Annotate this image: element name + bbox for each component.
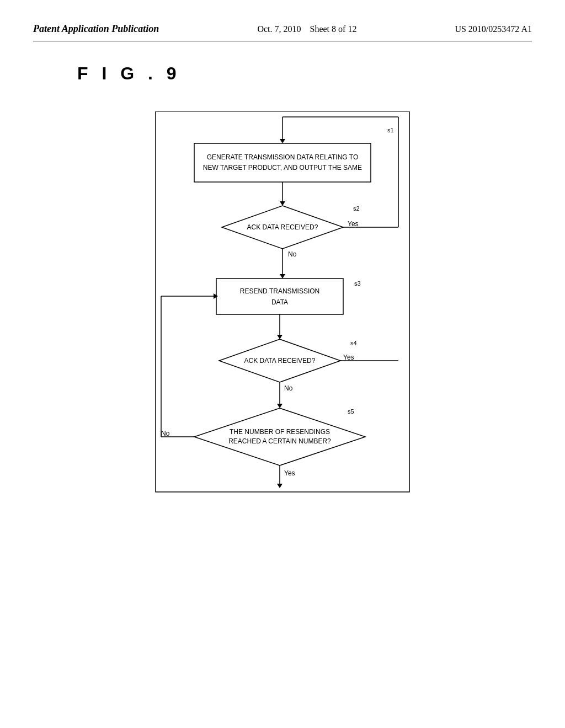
header-patent-number: US 2010/0253472 A1 <box>455 22 532 36</box>
arrowhead-s5-no <box>214 293 218 299</box>
s3-text-line2: DATA <box>271 298 288 306</box>
s1-label: s1 <box>387 127 394 133</box>
header-date-sheet: Oct. 7, 2010 Sheet 8 of 12 <box>257 22 356 36</box>
s3-box <box>216 279 343 314</box>
s2-text: ACK DATA RECEIVED? <box>247 223 318 231</box>
s2-label: s2 <box>353 205 360 212</box>
figure-label: F I G . 9 <box>77 63 532 84</box>
s1-box <box>194 143 371 182</box>
s3-label: s3 <box>354 280 361 287</box>
header-date: Oct. 7, 2010 <box>257 24 301 34</box>
s5-label: s5 <box>348 408 354 415</box>
flowchart-container: text { font-family: Arial, Helvetica, sa… <box>33 111 532 542</box>
s2-yes-label: Yes <box>348 220 359 228</box>
s4-text: ACK DATA RECEIVED? <box>244 357 316 365</box>
s2-no-label: No <box>288 250 297 258</box>
s5-text-line1: THE NUMBER OF RESENDINGS <box>230 428 330 436</box>
arrowhead-s1-s2 <box>280 201 285 206</box>
s5-diamond <box>194 408 365 465</box>
s1-text-line1: GENERATE TRANSMISSION DATA RELATING TO <box>207 153 359 161</box>
s4-no-label: No <box>284 384 293 392</box>
flowchart: text { font-family: Arial, Helvetica, sa… <box>128 111 437 542</box>
s4-label: s4 <box>350 340 357 346</box>
arrowhead-top <box>280 139 285 143</box>
s5-no-label: No <box>161 430 170 437</box>
s3-text-line1: RESEND TRANSMISSION <box>240 287 319 295</box>
flowchart-svg: text { font-family: Arial, Helvetica, sa… <box>128 111 437 542</box>
s4-yes-label: Yes <box>343 354 354 361</box>
s5-text-line2: REACHED A CERTAIN NUMBER? <box>228 437 331 445</box>
s5-yes-label: Yes <box>284 469 295 477</box>
header-sheet: Sheet 8 of 12 <box>310 24 357 34</box>
page-header: Patent Application Publication Oct. 7, 2… <box>33 22 532 41</box>
page: Patent Application Publication Oct. 7, 2… <box>0 0 565 728</box>
s1-text-line2: NEW TARGET PRODUCT, AND OUTPUT THE SAME <box>203 164 362 172</box>
arrowhead-s4-s5 <box>277 404 282 408</box>
arrowhead-s5-yes <box>277 484 282 488</box>
arrowhead-s2-s3 <box>280 274 285 279</box>
header-publication-title: Patent Application Publication <box>33 22 159 36</box>
arrowhead-s3-s4 <box>277 335 282 339</box>
